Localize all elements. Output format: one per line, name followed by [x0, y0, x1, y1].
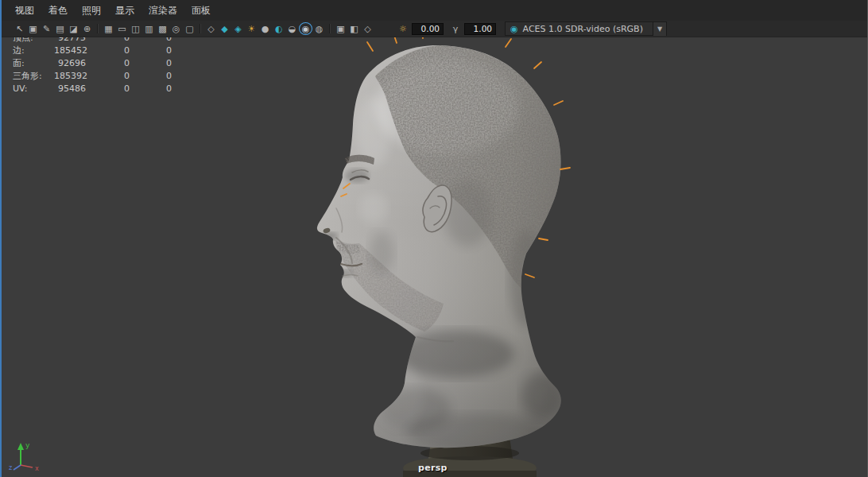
pan-zoom-icon[interactable]: ⊕ — [80, 22, 94, 35]
head-model — [317, 25, 570, 453]
anti-aliasing-icon[interactable]: ◉ — [299, 22, 312, 35]
isolate-select-icon[interactable]: ▣ — [334, 22, 347, 35]
image-plane-icon[interactable]: ◪ — [67, 22, 80, 35]
camera-attributes-icon[interactable]: ✎ — [40, 22, 53, 35]
hud-faces-col3: 0 — [130, 59, 172, 68]
toolbar-separator — [200, 24, 201, 33]
wireframe-icon[interactable]: ◇ — [204, 22, 218, 35]
x-ray-icon[interactable]: ◧ — [347, 22, 361, 35]
x-axis-line — [21, 465, 33, 467]
shadows-icon[interactable]: ● — [258, 22, 272, 35]
hud-tris-total: 185392 — [54, 72, 86, 80]
hud-uvs-col2: 0 — [86, 84, 130, 93]
view-axis-gizmo: y x z — [8, 437, 45, 472]
menu-renderer[interactable]: 渲染器 — [141, 1, 184, 21]
y-axis-arrow — [17, 443, 24, 450]
hud-edges-col3: 0 — [130, 46, 172, 55]
menu-view[interactable]: 视图 — [8, 1, 41, 21]
panel-toolbar: ↖ ▣ ✎ ▤ ◪ ⊕ ▦ ▭ ◫ ▥ ▩ ◎ ▢ ◇ ◆ ◈ ☀ ● ◐ ◒ … — [2, 21, 867, 37]
safe-title-icon[interactable]: ▢ — [183, 22, 196, 35]
motion-blur-icon[interactable]: ◒ — [285, 22, 299, 35]
gamma-input[interactable]: 1.00 — [464, 23, 496, 35]
hud-uvs-label: UV: — [13, 84, 54, 93]
menu-panels[interactable]: 面板 — [184, 1, 218, 21]
panel-menubar: 视图 着色 照明 显示 渲染器 面板 — [2, 0, 867, 21]
view-transform-value: ACES 1.0 SDR-video (sRGB) — [523, 24, 643, 34]
z-axis-label: z — [9, 464, 12, 471]
menu-lighting[interactable]: 照明 — [75, 1, 108, 21]
hud-faces-label: 面: — [13, 59, 54, 68]
safe-action-icon[interactable]: ◎ — [169, 22, 183, 35]
hud-uvs-col3: 0 — [130, 84, 172, 93]
hud-edges-col2: 0 — [86, 46, 130, 55]
wireframe-on-shaded-icon[interactable]: ◇ — [361, 22, 374, 35]
field-chart-icon[interactable]: ▩ — [156, 22, 169, 35]
depth-of-field-icon[interactable]: ◍ — [312, 22, 326, 35]
exposure-input[interactable]: 0.00 — [412, 23, 444, 35]
toolbar-separator — [329, 24, 331, 33]
hud-tris-label: 三角形: — [13, 72, 54, 80]
use-all-lights-icon[interactable]: ☀ — [245, 22, 258, 35]
film-gate-icon[interactable]: ▭ — [115, 22, 129, 35]
screen-space-ao-icon[interactable]: ◐ — [272, 22, 285, 35]
y-axis-label: y — [25, 441, 30, 449]
textured-icon[interactable]: ◈ — [231, 22, 245, 35]
camera-icon[interactable]: ▣ — [26, 22, 40, 35]
toolbar-separator — [97, 24, 99, 33]
hud-uvs-total: 95486 — [54, 84, 86, 93]
camera-name-label: persp — [418, 463, 448, 473]
resolution-gate-icon[interactable]: ◫ — [129, 22, 142, 35]
poly-count-hud: 顶点: 92775 0 0 边: 185452 0 0 面: 92696 0 0… — [13, 33, 172, 93]
hud-edges-label: 边: — [13, 46, 54, 55]
hud-edges-total: 185452 — [54, 46, 86, 55]
view-transform-dropdown[interactable]: ◉ ACES 1.0 SDR-video (sRGB) ▼ — [505, 21, 667, 36]
hud-faces-total: 92696 — [54, 59, 86, 68]
chevron-down-icon: ▼ — [653, 22, 666, 36]
menu-shading[interactable]: 着色 — [41, 1, 75, 21]
hud-faces-col2: 0 — [86, 59, 130, 68]
color-management-icon: ◉ — [510, 24, 518, 34]
x-axis-label: x — [35, 465, 39, 472]
bookmarks-icon[interactable]: ▤ — [53, 22, 67, 35]
gamma-icon[interactable]: γ — [449, 24, 462, 34]
shaded-icon[interactable]: ◆ — [218, 22, 231, 35]
exposure-icon[interactable]: ☼ — [397, 24, 409, 34]
select-camera-icon[interactable]: ↖ — [13, 22, 26, 35]
z-axis-line — [14, 465, 21, 470]
grid-icon[interactable]: ▦ — [102, 22, 115, 35]
menu-show[interactable]: 显示 — [108, 1, 141, 21]
hud-tris-col2: 0 — [86, 72, 130, 80]
maya-viewport-panel: 视图 着色 照明 显示 渲染器 面板 ↖ ▣ ✎ ▤ ◪ ⊕ ▦ ▭ ◫ ▥ ▩… — [0, 0, 868, 477]
hud-tris-col3: 0 — [130, 72, 172, 80]
gate-mask-icon[interactable]: ▥ — [142, 22, 156, 35]
